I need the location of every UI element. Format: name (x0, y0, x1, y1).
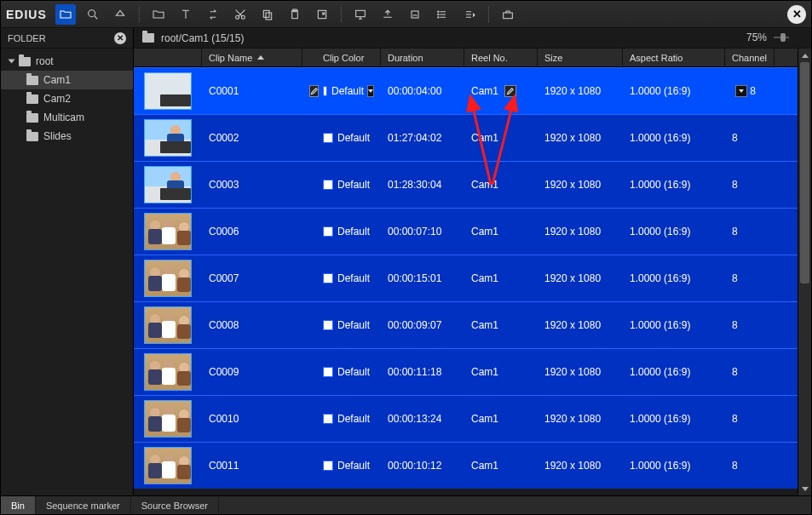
color-swatch[interactable] (323, 180, 333, 190)
close-folder-panel-icon[interactable]: ✕ (114, 32, 126, 44)
folder-open-icon[interactable] (55, 4, 76, 25)
edit-icon[interactable] (504, 85, 516, 97)
cell-thumbnail[interactable] (134, 260, 202, 297)
cell-clip-name: C0002 (202, 132, 302, 144)
tree-item-slides[interactable]: Slides (1, 127, 133, 146)
clip-thumbnail[interactable] (144, 400, 192, 438)
table-row[interactable]: C0007Default00:00:15:01Cam11920 x 10801.… (134, 255, 798, 301)
transfer-icon[interactable] (203, 4, 223, 25)
color-swatch[interactable] (323, 367, 333, 377)
cell-thumbnail[interactable] (134, 447, 202, 484)
color-dropdown-icon[interactable] (367, 85, 374, 97)
tree-item-cam2[interactable]: Cam2 (1, 89, 133, 108)
col-channel[interactable]: Channel (725, 49, 775, 66)
scroll-up-icon[interactable] (798, 49, 811, 62)
close-panel-icon[interactable]: ✕ (787, 5, 806, 24)
clip-thumbnail[interactable] (144, 166, 192, 203)
svg-rect-8 (355, 10, 365, 16)
paste-icon[interactable] (285, 4, 305, 25)
cell-clip-color[interactable]: Default (316, 272, 381, 284)
cell-thumbnail[interactable] (134, 166, 202, 203)
table-row[interactable]: C0011Default00:00:10:12Cam11920 x 10801.… (134, 442, 798, 489)
cell-clip-color[interactable]: Default (316, 132, 381, 144)
cell-aspect-ratio: 1.0000 (16:9) (623, 366, 725, 378)
toolbox-icon[interactable] (498, 4, 518, 25)
cell-thumbnail[interactable] (134, 306, 202, 344)
scrollbar-thumb[interactable] (800, 62, 809, 283)
cell-clip-color[interactable]: Default (316, 179, 381, 191)
clip-thumbnail[interactable] (144, 213, 192, 250)
cell-clip-color[interactable]: Default (316, 460, 381, 472)
channel-dropdown-icon[interactable] (735, 85, 747, 97)
col-duration[interactable]: Duration (381, 49, 464, 66)
cell-thumbnail[interactable] (134, 213, 202, 250)
scroll-down-icon[interactable] (798, 482, 811, 495)
color-swatch[interactable] (323, 273, 333, 283)
main-area: FOLDER ✕ root Cam1Cam2MulticamSlides roo… (1, 28, 811, 495)
folder-icon[interactable] (148, 4, 169, 25)
insert-track-icon[interactable] (377, 4, 398, 25)
clip-thumbnail[interactable] (144, 260, 192, 297)
table-row[interactable]: C0003Default01:28:30:04Cam11920 x 10801.… (134, 161, 798, 208)
cell-thumbnail[interactable] (134, 400, 202, 438)
tree-root[interactable]: root (1, 52, 133, 71)
bottom-tab-source-browser[interactable]: Source Browser (131, 496, 219, 514)
table-row[interactable]: C0008Default00:00:09:07Cam11920 x 10801.… (134, 301, 798, 348)
bottom-tab-bin[interactable]: Bin (1, 496, 36, 514)
color-swatch[interactable] (323, 226, 333, 237)
tree-item-cam1[interactable]: Cam1 (1, 71, 133, 89)
table-row[interactable]: C0002Default01:27:04:02Cam11920 x 10801.… (134, 114, 798, 161)
clip-thumbnail[interactable] (144, 119, 192, 157)
text-tool-icon[interactable] (176, 4, 196, 25)
color-swatch[interactable] (323, 461, 333, 471)
table-row[interactable]: C0006Default00:00:07:10Cam11920 x 10801.… (134, 208, 798, 255)
tree-item-multicam[interactable]: Multicam (1, 108, 133, 127)
color-swatch[interactable] (323, 414, 333, 424)
col-clip-color[interactable]: Clip Color (316, 49, 381, 66)
tree-item-label: Slides (43, 130, 72, 142)
copy-icon[interactable] (257, 4, 278, 25)
cell-thumbnail[interactable] (134, 353, 202, 391)
clip-thumbnail[interactable] (144, 447, 192, 484)
cell-clip-color[interactable]: Default (316, 319, 381, 331)
col-reel-no[interactable]: Reel No. (464, 49, 538, 66)
col-size[interactable]: Size (538, 49, 623, 66)
list-icon[interactable] (432, 4, 452, 25)
table-row[interactable]: C0001Default00:00:04:00Cam1 1920 x 10801… (134, 67, 798, 114)
cell-aspect-ratio: 1.0000 (16:9) (623, 85, 725, 97)
table-row[interactable]: C0010Default00:00:13:24Cam11920 x 10801.… (134, 395, 798, 442)
cell-clip-name: C0001 (202, 85, 302, 97)
up-level-icon[interactable] (110, 4, 130, 25)
col-clip-name[interactable]: Clip Name (202, 49, 302, 66)
clip-thumbnail[interactable] (144, 306, 192, 344)
col-thumbnail[interactable] (134, 49, 202, 66)
color-swatch[interactable] (323, 320, 333, 330)
monitor-icon[interactable] (350, 4, 371, 25)
color-swatch[interactable] (323, 133, 333, 143)
clip-thumbnail[interactable] (144, 353, 192, 391)
cell-aspect-ratio: 1.0000 (16:9) (623, 179, 725, 191)
cell-clip-color[interactable]: Default (316, 413, 381, 425)
zoom-slider[interactable] (774, 33, 789, 42)
size-value: 1920 x 1080 (544, 179, 601, 191)
export-icon[interactable] (312, 4, 332, 25)
search-icon[interactable] (83, 4, 103, 25)
list-dropdown-icon[interactable] (459, 4, 480, 25)
bottom-tab-sequence-marker[interactable]: Sequence marker (36, 496, 131, 514)
col-aspect-ratio[interactable]: Aspect Ratio (623, 49, 725, 66)
clip-thumbnail[interactable] (144, 72, 192, 110)
vertical-scrollbar[interactable] (798, 49, 811, 495)
cell-thumbnail[interactable] (134, 72, 202, 110)
color-swatch[interactable] (323, 86, 327, 96)
cell-clip-color[interactable]: Default (316, 366, 381, 378)
table-row[interactable]: C0009Default00:00:11:18Cam11920 x 10801.… (134, 348, 798, 395)
cell-thumbnail[interactable] (134, 119, 202, 157)
expand-icon[interactable] (9, 60, 15, 64)
cut-icon[interactable] (230, 4, 251, 25)
cell-duration: 00:00:11:18 (381, 366, 464, 378)
cell-clip-color[interactable]: Default (316, 226, 381, 237)
stabilize-icon[interactable] (405, 4, 425, 25)
zoom-control[interactable]: 75% (746, 31, 789, 43)
cell-clip-color[interactable]: Default (316, 85, 381, 97)
clip-table: Clip Name Clip Color Duration Reel No. S… (134, 49, 811, 495)
